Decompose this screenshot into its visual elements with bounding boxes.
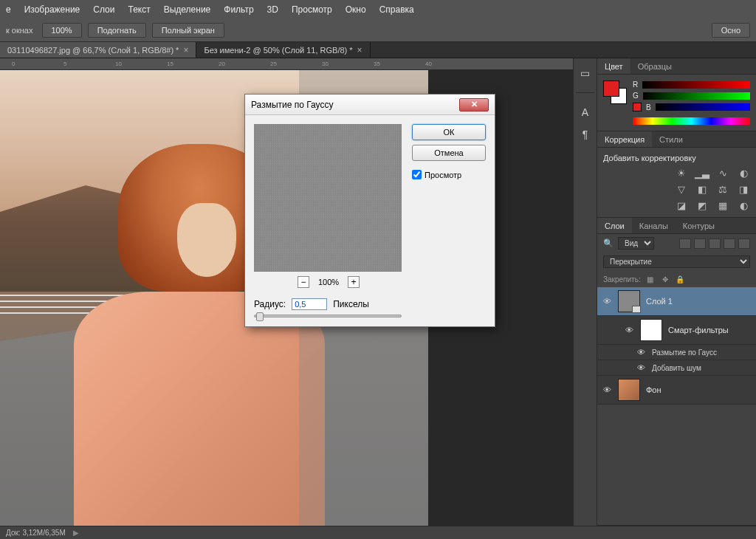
preview-checkbox[interactable] <box>412 170 422 179</box>
layer-filter-select[interactable]: Вид <box>618 237 654 250</box>
lock-all-icon[interactable]: 🔒 <box>675 274 685 284</box>
fit-screen-button[interactable]: Подогнать <box>88 23 146 38</box>
menu-item[interactable]: е <box>6 4 11 15</box>
doc-size: Док: 3,12M/6,35M <box>6 529 66 537</box>
tab-styles[interactable]: Стили <box>652 131 690 147</box>
layer-row[interactable]: 👁 Слой 1 <box>597 287 756 316</box>
red-slider[interactable] <box>642 81 750 89</box>
filter-smart-icon[interactable] <box>738 238 750 249</box>
menu-item-filter[interactable]: Фильтр <box>224 4 253 15</box>
vibrance-icon[interactable]: ▽ <box>675 183 688 195</box>
document-tab[interactable]: 03110496827.jpg @ 66,7% (Слой 1, RGB/8#)… <box>0 42 196 58</box>
menu-item-text[interactable]: Текст <box>128 4 150 15</box>
status-arrow-icon[interactable]: ▶ <box>73 529 79 537</box>
slider-handle[interactable] <box>256 312 264 321</box>
hue-strip[interactable] <box>633 117 750 125</box>
layer-thumbnail[interactable] <box>640 319 662 341</box>
layer-name: Добавить шум <box>652 364 701 372</box>
filter-adjust-icon[interactable] <box>694 238 706 249</box>
menu-item-select[interactable]: Выделение <box>164 4 211 15</box>
adjustments-panel: Коррекция Стили Добавить корректировку ☀… <box>597 131 756 218</box>
filter-pixel-icon[interactable] <box>679 238 691 249</box>
blend-mode-select[interactable]: Перекрытие <box>603 255 750 268</box>
photo-filter-icon[interactable]: ◪ <box>675 199 688 211</box>
character-icon[interactable]: A <box>579 106 592 118</box>
visibility-icon[interactable]: 👁 <box>602 385 612 394</box>
paragraph-icon[interactable]: ¶ <box>579 128 592 140</box>
lock-pixels-icon[interactable]: ▦ <box>645 274 656 284</box>
balance-icon[interactable]: ⚖ <box>716 183 729 195</box>
tab-layers[interactable]: Слои <box>597 218 632 233</box>
preview-checkbox-label[interactable]: Просмотр <box>412 170 486 179</box>
menu-item-window[interactable]: Окно <box>346 4 366 15</box>
radius-input[interactable] <box>292 298 327 310</box>
ok-button[interactable]: ОК <box>412 124 486 140</box>
right-panels: Цвет Образцы R G B Коррекция Стил <box>597 58 756 526</box>
visibility-icon[interactable]: 👁 <box>636 363 646 372</box>
zoom-out-button[interactable]: − <box>298 276 309 288</box>
levels-icon[interactable]: ▁▃ <box>695 167 709 179</box>
color-swatch[interactable] <box>603 80 627 104</box>
lock-position-icon[interactable]: ✥ <box>660 274 670 284</box>
layer-name: Фон <box>646 385 662 394</box>
close-icon[interactable]: × <box>183 45 188 55</box>
dialog-titlebar[interactable]: Размытие по Гауссу ✕ <box>245 95 495 115</box>
exposure-icon[interactable]: ◐ <box>737 167 750 179</box>
foreground-color[interactable] <box>603 80 619 97</box>
layer-row[interactable]: 👁 Добавить шум <box>597 360 756 376</box>
zoom-in-button[interactable]: + <box>348 276 360 288</box>
visibility-icon[interactable]: 👁 <box>636 348 646 357</box>
cancel-button[interactable]: Отмена <box>412 145 486 161</box>
tab-paths[interactable]: Контуры <box>676 218 722 233</box>
radius-slider[interactable] <box>254 315 402 317</box>
layer-row[interactable]: 👁 Фон <box>597 376 756 405</box>
tab-swatches[interactable]: Образцы <box>630 58 679 74</box>
close-button[interactable]: ✕ <box>459 98 489 111</box>
tab-adjustments[interactable]: Коррекция <box>597 131 652 147</box>
visibility-icon[interactable]: 👁 <box>624 326 634 334</box>
workspace-button[interactable]: Осно <box>712 23 750 38</box>
layers-panel: Слои Каналы Контуры 🔍 Вид Перекрытие <box>597 218 756 526</box>
tab-color[interactable]: Цвет <box>597 58 630 74</box>
lock-label: Закрепить: <box>603 275 641 284</box>
menu-item-view[interactable]: Просмотр <box>292 4 332 15</box>
bw-icon[interactable]: ◨ <box>737 183 750 195</box>
blur-preview[interactable] <box>254 124 402 272</box>
document-tab[interactable]: Без имени-2 @ 50% (Слой 11, RGB/8) * × <box>196 42 370 58</box>
curves-icon[interactable]: ∿ <box>716 167 729 179</box>
layer-name: Смарт-фильтры <box>668 326 729 334</box>
blue-slider[interactable] <box>656 103 750 111</box>
menu-item-3d[interactable]: 3D <box>267 4 278 15</box>
fullscreen-button[interactable]: Полный экран <box>152 23 224 38</box>
menu-item-help[interactable]: Справка <box>379 4 414 15</box>
options-label: к окнах <box>6 26 33 35</box>
gamut-warning-icon[interactable] <box>633 103 642 111</box>
radius-unit: Пикселы <box>333 299 369 309</box>
color-panel: Цвет Образцы R G B <box>597 58 756 131</box>
filter-type-icon[interactable] <box>709 238 721 249</box>
layer-thumbnail[interactable] <box>618 290 640 312</box>
green-slider[interactable] <box>643 92 750 100</box>
menu-item-layers[interactable]: Слои <box>93 4 114 15</box>
document-tab-label: Без имени-2 @ 50% (Слой 11, RGB/8) * <box>204 46 352 55</box>
layer-row[interactable]: 👁 Размытие по Гаусс <box>597 345 756 360</box>
layer-thumbnail[interactable] <box>618 379 640 401</box>
status-bar: Док: 3,12M/6,35M ▶ <box>0 526 756 539</box>
invert-icon[interactable]: ◐ <box>737 199 750 211</box>
main-menubar: е Изображение Слои Текст Выделение Фильт… <box>0 0 756 18</box>
hue-icon[interactable]: ◧ <box>695 183 709 195</box>
layer-list: 👁 Слой 1 👁 Смарт-фильтры 👁 Размытие по Г… <box>597 287 756 405</box>
history-icon[interactable]: ▭ <box>579 67 592 79</box>
visibility-icon[interactable]: 👁 <box>602 297 612 306</box>
dialog-title: Размытие по Гауссу <box>251 100 333 110</box>
close-icon[interactable]: × <box>357 45 362 55</box>
tab-channels[interactable]: Каналы <box>632 218 676 233</box>
brightness-icon[interactable]: ☀ <box>675 167 688 179</box>
document-tabs: 03110496827.jpg @ 66,7% (Слой 1, RGB/8#)… <box>0 42 756 58</box>
layer-row[interactable]: 👁 Смарт-фильтры <box>597 316 756 345</box>
filter-shape-icon[interactable] <box>724 238 735 249</box>
channel-mixer-icon[interactable]: ◩ <box>695 199 709 211</box>
zoom-level-button[interactable]: 100% <box>42 23 82 38</box>
menu-item-image[interactable]: Изображение <box>24 4 80 15</box>
lookup-icon[interactable]: ▦ <box>716 199 729 211</box>
